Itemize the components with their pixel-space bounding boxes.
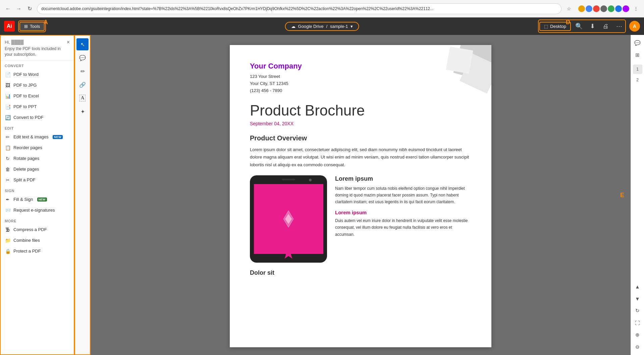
sidebar-item-reorder-pages[interactable]: 📋 Reorder pages bbox=[1, 142, 74, 153]
sidebar-item-delete-pages[interactable]: 🗑 Delete pages bbox=[1, 164, 74, 175]
protect-label: Protect a PDF bbox=[13, 249, 41, 254]
dropdown-icon[interactable]: ▾ bbox=[351, 24, 353, 29]
print-button[interactable]: 🖨 bbox=[600, 21, 611, 32]
sidebar-item-protect[interactable]: 🔒 Protect a PDF bbox=[1, 246, 74, 257]
file-breadcrumb[interactable]: ☁ Google Drive / sample-1 ▾ bbox=[285, 22, 359, 31]
pdf-to-word-icon: 📄 bbox=[5, 72, 11, 78]
refresh-icon: ↻ bbox=[635, 308, 640, 314]
thumbnails-button[interactable]: ⊞ bbox=[632, 50, 643, 60]
sidebar-item-convert-to-pdf[interactable]: 🔄 Convert to PDF bbox=[1, 112, 74, 123]
reorder-pages-label: Reorder pages bbox=[13, 145, 42, 150]
scroll-area: ▲ ▼ ↻ ⛶ ⊕ ⊖ bbox=[632, 281, 643, 352]
bookmark-button[interactable]: ☆ bbox=[564, 4, 574, 13]
user-avatar[interactable]: A bbox=[629, 21, 640, 32]
draw-tool-button[interactable]: ✏ bbox=[76, 65, 89, 77]
phone-screen bbox=[254, 184, 323, 254]
sidebar-item-compress[interactable]: 🗜 Compress a PDF bbox=[1, 224, 74, 235]
zoom-in-button[interactable]: ⊕ bbox=[632, 329, 643, 340]
tools-tab[interactable]: ⊞ Tools bbox=[19, 22, 45, 31]
text-tool-button[interactable]: A bbox=[76, 92, 89, 104]
label-d: D bbox=[566, 19, 570, 26]
ext-icon-6 bbox=[615, 5, 622, 12]
deco-rect-3 bbox=[446, 46, 473, 74]
comments-panel-button[interactable]: 💬 bbox=[632, 38, 643, 48]
sidebar-item-edit-text[interactable]: ✏ Edit text & images NEW bbox=[1, 132, 74, 142]
adobe-logo-text: Ai bbox=[7, 23, 12, 29]
scroll-up-button[interactable]: ▲ bbox=[632, 281, 643, 292]
download-button[interactable]: ⬇ bbox=[587, 21, 598, 32]
rotate-pages-label: Rotate pages bbox=[13, 156, 39, 161]
extension-icons bbox=[578, 5, 629, 12]
phone-camera bbox=[309, 179, 312, 181]
pdf-to-jpg-label: PDF to JPG bbox=[13, 83, 37, 88]
sidebar-item-pdf-to-jpg[interactable]: 🖼 PDF to JPG bbox=[1, 80, 74, 91]
sidebar-item-request-esig[interactable]: 📨 Request e-signatures bbox=[1, 205, 74, 216]
page-1-button[interactable]: 1 bbox=[633, 64, 642, 74]
stamp-tool-button[interactable]: ✦ bbox=[76, 105, 89, 118]
ext-icon-7 bbox=[623, 5, 629, 12]
link-tool-button[interactable]: 🔗 bbox=[76, 79, 89, 91]
desktop-label: Desktop bbox=[550, 24, 566, 29]
zoom-out-button[interactable]: ⊖ bbox=[632, 342, 643, 352]
more-options-button[interactable]: ⋯ bbox=[614, 21, 625, 32]
compress-label: Compress a PDF bbox=[13, 227, 47, 232]
split-pdf-icon: ✂ bbox=[5, 177, 11, 183]
comment-tool-button[interactable]: 💬 bbox=[76, 52, 89, 64]
ext-icon-1 bbox=[578, 5, 585, 12]
pdf-to-excel-label: PDF to Excel bbox=[13, 93, 39, 98]
sidebar-close-button[interactable]: × bbox=[67, 40, 70, 45]
link-icon: 🔗 bbox=[79, 82, 86, 88]
sidebar-item-rotate-pages[interactable]: ↻ Rotate pages bbox=[1, 153, 74, 164]
dolor-title: Dolor sit bbox=[250, 269, 471, 276]
menu-button[interactable]: ⋮ bbox=[631, 4, 641, 13]
edit-text-icon: ✏ bbox=[5, 134, 11, 140]
sidebar-item-fill-sign[interactable]: ✒ Fill & Sign NEW bbox=[1, 194, 74, 205]
browser-actions: ☆ ⋮ bbox=[564, 4, 641, 13]
sidebar-item-pdf-to-word[interactable]: 📄 PDF to Word bbox=[1, 69, 74, 80]
ext-icon-2 bbox=[586, 5, 592, 12]
comments-panel-icon: 💬 bbox=[634, 40, 641, 46]
edit-text-label: Edit text & images bbox=[13, 134, 49, 139]
search-button[interactable]: 🔍 bbox=[574, 21, 584, 32]
page-2-button[interactable]: 2 bbox=[633, 75, 642, 85]
hi-text: Hi, ████ bbox=[5, 40, 67, 45]
username-masked: ████ bbox=[11, 40, 24, 45]
refresh-button[interactable]: ↻ bbox=[25, 4, 34, 13]
thumbnails-icon: ⊞ bbox=[635, 52, 640, 58]
request-esig-label: Request e-signatures bbox=[13, 208, 55, 213]
sidebar-item-pdf-to-excel[interactable]: 📊 PDF to Excel bbox=[1, 91, 74, 101]
sidebar-item-split-pdf[interactable]: ✂ Split a PDF bbox=[1, 175, 74, 185]
pdf-viewer[interactable]: Your Company 123 Your Street Your City, … bbox=[91, 35, 631, 355]
edit-section-label: EDIT bbox=[1, 123, 74, 132]
phone-mockup bbox=[250, 175, 327, 263]
label-e: E bbox=[620, 191, 624, 198]
fill-sign-icon: ✒ bbox=[5, 196, 11, 203]
fill-sign-badge: NEW bbox=[37, 197, 47, 202]
reorder-pages-icon: 📋 bbox=[5, 145, 11, 151]
select-icon: ↖ bbox=[80, 41, 85, 48]
label-a: A bbox=[44, 19, 48, 26]
delete-pages-label: Delete pages bbox=[13, 167, 39, 172]
lorem-body: Nam liber tempor cum soluta nobis eleife… bbox=[335, 185, 471, 206]
delete-pages-icon: 🗑 bbox=[5, 166, 11, 172]
refresh-view-button[interactable]: ↻ bbox=[632, 305, 643, 316]
more-section-label: MORE bbox=[1, 216, 74, 224]
file-name[interactable]: sample-1 bbox=[330, 24, 348, 29]
lorem-pink-body: Duis autem vel eum iriure dolor in hendr… bbox=[335, 217, 471, 238]
sidebar-greeting: Hi, ████ Enjoy the PDF tools included in… bbox=[5, 40, 67, 57]
product-section: Lorem ipsum Nam liber tempor cum soluta … bbox=[250, 175, 471, 263]
split-pdf-label: Split a PDF bbox=[13, 177, 36, 182]
address-bar[interactable]: documentcloud.adobe.com/gsuiteintegratio… bbox=[37, 3, 561, 14]
sidebar-item-combine[interactable]: 📁 Combine files bbox=[1, 235, 74, 246]
forward-button[interactable]: → bbox=[14, 4, 23, 13]
fit-page-button[interactable]: ⛶ bbox=[632, 317, 643, 328]
lorem-pink-title: Lorem ipsum bbox=[335, 210, 471, 215]
scroll-down-button[interactable]: ▼ bbox=[632, 293, 643, 304]
combine-label: Combine files bbox=[13, 238, 40, 243]
back-button[interactable]: ← bbox=[3, 4, 13, 13]
right-sidebar: E 💬 ⊞ 1 2 ▲ ▼ ↻ bbox=[631, 35, 644, 355]
sidebar-item-pdf-to-ppt[interactable]: 📑 PDF to PPT bbox=[1, 101, 74, 112]
pdf-to-jpg-icon: 🖼 bbox=[5, 82, 11, 88]
select-tool-button[interactable]: ↖ bbox=[76, 38, 89, 50]
pdf-to-word-label: PDF to Word bbox=[13, 72, 39, 77]
